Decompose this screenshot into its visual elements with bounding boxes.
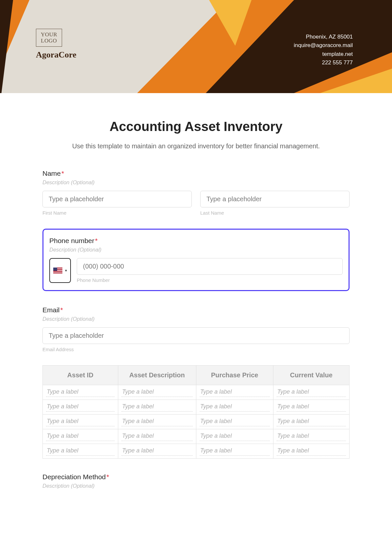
email-input[interactable] xyxy=(42,327,350,344)
phone-label: Phone number* xyxy=(49,237,343,245)
table-cell xyxy=(118,400,196,415)
table-cell xyxy=(273,385,349,400)
table-cell xyxy=(196,385,273,400)
page-subtitle: Use this template to maintain an organiz… xyxy=(42,142,350,150)
required-mark: * xyxy=(61,170,64,177)
logo-line2: LOGO xyxy=(41,38,57,44)
phone-input[interactable] xyxy=(77,258,343,275)
contact-info: Phoenix, AZ 85001 inquire@agoracore.mail… xyxy=(294,33,353,67)
table-row xyxy=(43,400,350,415)
table-row xyxy=(43,444,350,459)
phone-desc: Description (Optional) xyxy=(49,247,343,253)
table-cell xyxy=(196,415,273,429)
depreciation-label: Depreciation Method* xyxy=(42,473,350,481)
contact-phone: 222 555 777 xyxy=(294,58,353,67)
contact-address: Phoenix, AZ 85001 xyxy=(294,33,353,41)
phone-sublabel: Phone Number xyxy=(77,277,343,283)
th-asset-id: Asset ID xyxy=(43,366,118,385)
th-asset-desc: Asset Description xyxy=(118,366,196,385)
depreciation-desc: Description (Optional) xyxy=(42,483,350,489)
table-cell xyxy=(43,385,118,400)
contact-email: inquire@agoracore.mail xyxy=(294,41,353,50)
table-cell xyxy=(273,444,349,459)
table-cell xyxy=(196,429,273,444)
phone-field: Phone number* Description (Optional) ▾ P… xyxy=(42,229,350,291)
table-cell-input[interactable] xyxy=(46,402,115,412)
email-field: Email* Description (Optional) Email Addr… xyxy=(42,306,350,352)
table-cell xyxy=(273,429,349,444)
asset-table: Asset ID Asset Description Purchase Pric… xyxy=(42,365,350,459)
table-header-row: Asset ID Asset Description Purchase Pric… xyxy=(43,366,350,385)
table-cell xyxy=(118,385,196,400)
brand-name: AgoraCore xyxy=(36,50,76,60)
table-cell-input[interactable] xyxy=(122,402,193,412)
table-cell-input[interactable] xyxy=(277,417,346,426)
email-sublabel: Email Address xyxy=(42,347,350,352)
table-cell xyxy=(118,444,196,459)
required-mark: * xyxy=(95,237,98,244)
table-cell-input[interactable] xyxy=(46,387,115,397)
table-row xyxy=(43,429,350,444)
table-row xyxy=(43,385,350,400)
table-cell xyxy=(43,429,118,444)
svg-marker-1 xyxy=(0,0,13,93)
table-cell-input[interactable] xyxy=(200,402,270,412)
table-cell xyxy=(43,444,118,459)
country-code-select[interactable]: ▾ xyxy=(49,258,71,283)
table-cell-input[interactable] xyxy=(122,417,193,426)
table-cell xyxy=(118,429,196,444)
logo-block: YOUR LOGO AgoraCore xyxy=(36,29,76,60)
th-purchase-price: Purchase Price xyxy=(196,366,273,385)
table-cell xyxy=(196,444,273,459)
table-cell-input[interactable] xyxy=(200,446,270,456)
table-cell-input[interactable] xyxy=(46,431,115,441)
table-cell-input[interactable] xyxy=(200,417,270,426)
table-cell xyxy=(118,415,196,429)
table-cell-input[interactable] xyxy=(277,402,346,412)
table-cell-input[interactable] xyxy=(122,387,193,397)
logo-line1: YOUR xyxy=(41,31,57,38)
table-cell-input[interactable] xyxy=(46,417,115,426)
table-cell-input[interactable] xyxy=(122,446,193,456)
table-cell xyxy=(196,400,273,415)
table-cell-input[interactable] xyxy=(277,387,346,397)
header-banner: YOUR LOGO AgoraCore Phoenix, AZ 85001 in… xyxy=(0,0,392,93)
table-cell xyxy=(43,400,118,415)
chevron-down-icon: ▾ xyxy=(65,268,67,273)
first-name-sublabel: First Name xyxy=(42,210,192,216)
table-cell xyxy=(43,415,118,429)
last-name-input[interactable] xyxy=(200,191,350,207)
table-cell-input[interactable] xyxy=(122,431,193,441)
form-page: Accounting Asset Inventory Use this temp… xyxy=(0,93,392,507)
last-name-sublabel: Last Name xyxy=(200,210,350,216)
depreciation-field: Depreciation Method* Description (Option… xyxy=(42,473,350,489)
email-desc: Description (Optional) xyxy=(42,316,350,322)
logo-placeholder: YOUR LOGO xyxy=(36,29,62,47)
table-cell xyxy=(273,400,349,415)
table-cell-input[interactable] xyxy=(277,431,346,441)
table-cell xyxy=(273,415,349,429)
page-title: Accounting Asset Inventory xyxy=(42,119,350,134)
email-label: Email* xyxy=(42,306,350,314)
required-mark: * xyxy=(60,306,63,314)
name-label: Name* xyxy=(42,170,350,177)
table-row xyxy=(43,415,350,429)
name-field: Name* Description (Optional) First Name … xyxy=(42,170,350,216)
table-cell-input[interactable] xyxy=(277,446,346,456)
first-name-input[interactable] xyxy=(42,191,192,207)
contact-site: template.net xyxy=(294,50,353,58)
table-cell-input[interactable] xyxy=(46,446,115,456)
table-cell-input[interactable] xyxy=(200,387,270,397)
name-desc: Description (Optional) xyxy=(42,179,350,186)
required-mark: * xyxy=(106,473,109,481)
th-current-value: Current Value xyxy=(273,366,349,385)
us-flag-icon xyxy=(53,268,62,273)
table-cell-input[interactable] xyxy=(200,431,270,441)
